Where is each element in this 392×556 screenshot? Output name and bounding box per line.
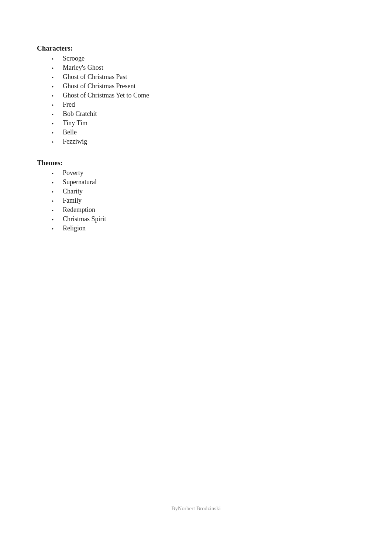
item-text: Belle bbox=[63, 128, 77, 136]
item-text: Charity bbox=[63, 188, 83, 195]
item-text: Ghost of Christmas Yet to Come bbox=[63, 92, 149, 99]
list-item: ⦁ Redemption bbox=[52, 206, 392, 214]
list-item: ⦁ Ghost of Christmas Present bbox=[52, 82, 392, 90]
page-content: Characters: ⦁ Scrooge ⦁ Marley's Ghost ⦁… bbox=[0, 0, 392, 232]
themes-heading: Themes: bbox=[37, 159, 392, 167]
list-item: ⦁ Religion bbox=[52, 224, 392, 232]
bullet-icon: ⦁ bbox=[52, 226, 58, 232]
item-text: Fred bbox=[63, 101, 75, 109]
list-item: ⦁ Ghost of Christmas Past bbox=[52, 73, 392, 81]
footer-text: ByNorbert Brodzinski bbox=[171, 505, 221, 512]
list-item: ⦁ Fred bbox=[52, 101, 392, 109]
bullet-icon: ⦁ bbox=[52, 207, 58, 213]
list-item: ⦁ Tiny Tim bbox=[52, 119, 392, 127]
bullet-icon: ⦁ bbox=[52, 75, 58, 80]
bullet-icon: ⦁ bbox=[52, 102, 58, 108]
item-text: Marley's Ghost bbox=[63, 64, 103, 72]
bullet-icon: ⦁ bbox=[52, 189, 58, 195]
list-item: ⦁ Family bbox=[52, 197, 392, 205]
item-text: Religion bbox=[63, 224, 86, 232]
list-item: ⦁ Supernatural bbox=[52, 178, 392, 186]
item-text: Scrooge bbox=[63, 55, 85, 62]
bullet-icon: ⦁ bbox=[52, 130, 58, 136]
item-text: Bob Cratchit bbox=[63, 110, 97, 118]
characters-heading: Characters: bbox=[37, 44, 392, 52]
bullet-icon: ⦁ bbox=[52, 84, 58, 90]
bullet-icon: ⦁ bbox=[52, 180, 58, 186]
list-item: ⦁ Christmas Spirit bbox=[52, 215, 392, 223]
list-item: ⦁ Bob Cratchit bbox=[52, 110, 392, 118]
item-text: Family bbox=[63, 197, 82, 205]
bullet-icon: ⦁ bbox=[52, 139, 58, 145]
list-item: ⦁ Poverty bbox=[52, 169, 392, 177]
characters-list: ⦁ Scrooge ⦁ Marley's Ghost ⦁ Ghost of Ch… bbox=[37, 55, 392, 145]
item-text: Supernatural bbox=[63, 178, 97, 186]
characters-section: Characters: ⦁ Scrooge ⦁ Marley's Ghost ⦁… bbox=[37, 44, 392, 145]
list-item: ⦁ Marley's Ghost bbox=[52, 64, 392, 72]
list-item: ⦁ Ghost of Christmas Yet to Come bbox=[52, 92, 392, 99]
item-text: Ghost of Christmas Past bbox=[63, 73, 127, 81]
list-item: ⦁ Charity bbox=[52, 188, 392, 195]
bullet-icon: ⦁ bbox=[52, 56, 58, 62]
bullet-icon: ⦁ bbox=[52, 93, 58, 99]
bullet-icon: ⦁ bbox=[52, 121, 58, 127]
bullet-icon: ⦁ bbox=[52, 198, 58, 204]
bullet-icon: ⦁ bbox=[52, 111, 58, 117]
list-item: ⦁ Scrooge bbox=[52, 55, 392, 62]
item-text: Tiny Tim bbox=[63, 119, 87, 127]
item-text: Redemption bbox=[63, 206, 95, 214]
themes-list: ⦁ Poverty ⦁ Supernatural ⦁ Charity ⦁ Fam… bbox=[37, 169, 392, 232]
item-text: Fezziwig bbox=[63, 138, 87, 145]
item-text: Poverty bbox=[63, 169, 83, 177]
item-text: Ghost of Christmas Present bbox=[63, 82, 136, 90]
bullet-icon: ⦁ bbox=[52, 65, 58, 71]
item-text: Christmas Spirit bbox=[63, 215, 106, 223]
bullet-icon: ⦁ bbox=[52, 171, 58, 176]
list-item: ⦁ Fezziwig bbox=[52, 138, 392, 145]
list-item: ⦁ Belle bbox=[52, 128, 392, 136]
themes-section: Themes: ⦁ Poverty ⦁ Supernatural ⦁ Chari… bbox=[37, 159, 392, 232]
bullet-icon: ⦁ bbox=[52, 217, 58, 223]
